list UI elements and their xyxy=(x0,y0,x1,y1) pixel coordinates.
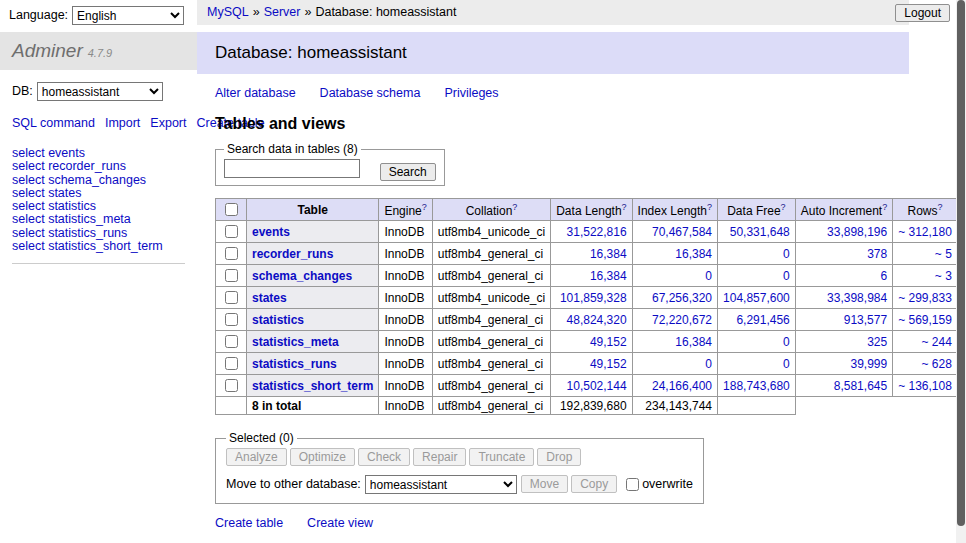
cell-auto-increment: 378 xyxy=(795,243,892,265)
table-link-statistics-short-term[interactable]: statistics_short_term xyxy=(252,379,373,393)
table-link-statistics-meta[interactable]: statistics_meta xyxy=(252,335,339,349)
truncate-button[interactable]: Truncate xyxy=(469,448,534,466)
total-cell: 192,839,680 xyxy=(551,397,632,415)
help-link[interactable]: ? xyxy=(622,202,627,212)
sidebar-item-schema-changes[interactable]: select schema_changes xyxy=(12,174,185,187)
help-link[interactable]: ? xyxy=(781,202,786,212)
help-link[interactable]: ? xyxy=(707,202,712,212)
logout-button[interactable]: Logout xyxy=(895,4,950,22)
db-label: DB: xyxy=(12,84,33,98)
language-select[interactable]: English xyxy=(72,6,184,25)
overwrite-checkbox[interactable] xyxy=(626,478,639,491)
link-create-view[interactable]: Create view xyxy=(307,516,373,530)
row-checkbox-cell xyxy=(216,265,247,287)
check-button[interactable]: Check xyxy=(358,448,410,466)
total-cell: 234,143,744 xyxy=(632,397,717,415)
sidebar-item-statistics-meta[interactable]: select statistics_meta xyxy=(12,213,185,226)
vertical-scrollbar[interactable] xyxy=(956,0,966,543)
move-db-select[interactable]: homeassistant xyxy=(365,475,517,494)
column-header-index-length: Index Length? xyxy=(632,199,717,221)
link-privileges[interactable]: Privileges xyxy=(444,86,498,100)
sidebar-table-links: select eventsselect recorder_runsselect … xyxy=(12,147,185,264)
table-name-cell: recorder_runs xyxy=(247,243,379,265)
analyze-button[interactable]: Analyze xyxy=(226,448,287,466)
table-name-cell: states xyxy=(247,287,379,309)
sidebar-item-events[interactable]: select events xyxy=(12,147,185,160)
main-content: Database: homeassistant Alter databaseDa… xyxy=(197,32,909,543)
cell-engine: InnoDB xyxy=(379,353,432,375)
sidebar-link-export[interactable]: Export xyxy=(150,116,186,130)
breadcrumb-link-server[interactable]: Server xyxy=(264,5,301,19)
sidebar-link-sql-command[interactable]: SQL command xyxy=(12,116,95,130)
help-link[interactable]: ? xyxy=(422,202,427,212)
sidebar-item-statistics-runs[interactable]: select statistics_runs xyxy=(12,227,185,240)
table-link-statistics[interactable]: statistics xyxy=(252,313,304,327)
sidebar: Adminer4.7.9 DB:homeassistant SQL comman… xyxy=(0,32,197,264)
row-checkbox[interactable] xyxy=(225,313,238,326)
cell-data-free: 50,331,648 xyxy=(718,221,796,243)
db-select[interactable]: homeassistant xyxy=(37,82,163,101)
row-checkbox-cell xyxy=(216,375,247,397)
table-link-recorder-runs[interactable]: recorder_runs xyxy=(252,247,333,261)
app-title: Adminer4.7.9 xyxy=(0,32,197,70)
row-checkbox-cell xyxy=(216,331,247,353)
sidebar-item-statistics-short-term[interactable]: select statistics_short_term xyxy=(12,240,185,253)
cell-rows: ~ 3 xyxy=(893,265,958,287)
cell-index-length: 24,166,400 xyxy=(632,375,717,397)
cell-engine: InnoDB xyxy=(379,243,432,265)
cell-data-length: 16,384 xyxy=(551,243,632,265)
sidebar-item-recorder-runs[interactable]: select recorder_runs xyxy=(12,160,185,173)
tables-header-row: TableEngine?Collation?Data Length?Index … xyxy=(216,199,966,221)
row-checkbox[interactable] xyxy=(225,291,238,304)
table-link-statistics-runs[interactable]: statistics_runs xyxy=(252,357,337,371)
selected-legend: Selected (0) xyxy=(226,431,297,445)
select-all-checkbox[interactable] xyxy=(225,203,238,216)
row-checkbox[interactable] xyxy=(225,269,238,282)
row-checkbox-cell xyxy=(216,309,247,331)
column-header-auto-increment: Auto Increment? xyxy=(795,199,892,221)
row-checkbox[interactable] xyxy=(225,225,238,238)
cell-data-length: 10,502,144 xyxy=(551,375,632,397)
table-link-states[interactable]: states xyxy=(252,291,287,305)
search-input[interactable] xyxy=(224,159,360,178)
help-link[interactable]: ? xyxy=(938,202,943,212)
cell-index-length: 0 xyxy=(632,265,717,287)
sidebar-item-statistics[interactable]: select statistics xyxy=(12,200,185,213)
optimize-button[interactable]: Optimize xyxy=(290,448,355,466)
move-button[interactable]: Move xyxy=(521,475,568,493)
cell-auto-increment: 39,999 xyxy=(795,353,892,375)
tables-heading: Tables and views xyxy=(215,115,909,133)
repair-button[interactable]: Repair xyxy=(413,448,466,466)
cell-auto-increment: 325 xyxy=(795,331,892,353)
help-link[interactable]: ? xyxy=(882,202,887,212)
row-checkbox[interactable] xyxy=(225,379,238,392)
row-checkbox[interactable] xyxy=(225,335,238,348)
help-link[interactable]: ? xyxy=(512,202,517,212)
table-link-events[interactable]: events xyxy=(252,225,290,239)
sidebar-item-states[interactable]: select states xyxy=(12,187,185,200)
search-legend: Search data in tables (8) xyxy=(224,142,361,156)
scrollbar-thumb[interactable] xyxy=(957,0,965,526)
cell-engine: InnoDB xyxy=(379,331,432,353)
cell-index-length: 16,384 xyxy=(632,331,717,353)
breadcrumb: MySQL»Server»Database: homeassistant xyxy=(197,0,909,25)
cell-data-free: 0 xyxy=(718,331,796,353)
row-checkbox[interactable] xyxy=(225,357,238,370)
drop-button[interactable]: Drop xyxy=(537,448,581,466)
search-button[interactable]: Search xyxy=(380,163,436,181)
sidebar-link-import[interactable]: Import xyxy=(105,116,140,130)
row-checkbox[interactable] xyxy=(225,247,238,260)
column-header-collation: Collation? xyxy=(432,199,550,221)
link-create-table[interactable]: Create table xyxy=(215,516,283,530)
table-row: statistics_short_termInnoDButf8mb4_gener… xyxy=(216,375,966,397)
header-checkbox-cell xyxy=(216,199,247,221)
table-row: schema_changesInnoDButf8mb4_general_ci16… xyxy=(216,265,966,287)
copy-button[interactable]: Copy xyxy=(571,475,617,493)
table-link-schema-changes[interactable]: schema_changes xyxy=(252,269,352,283)
link-alter-database[interactable]: Alter database xyxy=(215,86,296,100)
link-database-schema[interactable]: Database schema xyxy=(320,86,421,100)
column-header-table[interactable]: Table xyxy=(247,199,379,221)
app-version: 4.7.9 xyxy=(88,47,112,59)
breadcrumb-link-mysql[interactable]: MySQL xyxy=(207,5,249,19)
table-name-cell: statistics_meta xyxy=(247,331,379,353)
